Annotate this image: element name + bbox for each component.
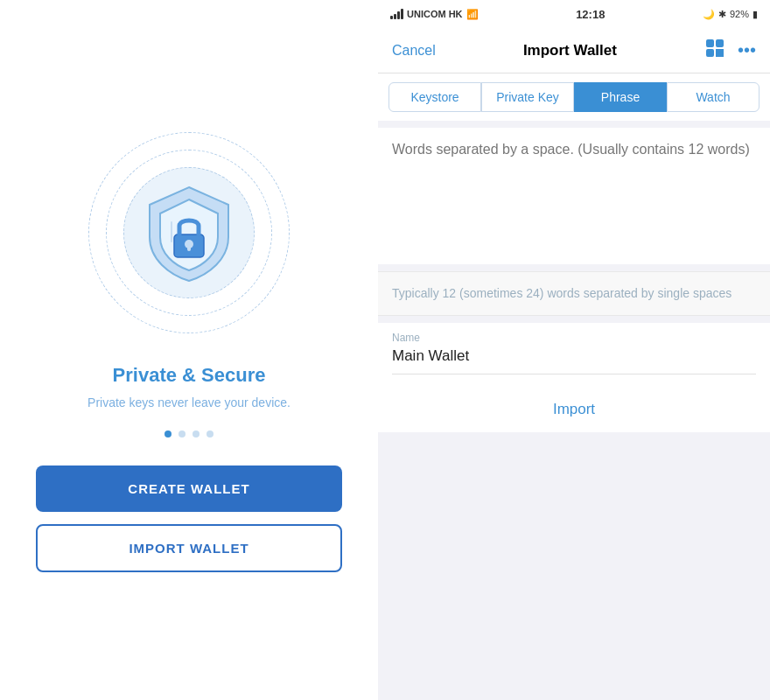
right-panel: UNICOM HK 📶 12:18 🌙 ✱ 92% ▮ Cancel Impor…	[378, 0, 770, 700]
signal-icon	[390, 9, 403, 19]
status-time: 12:18	[576, 8, 605, 21]
hint-box: Typically 12 (sometimes 24) words separa…	[378, 271, 770, 316]
svg-rect-7	[718, 42, 721, 45]
tagline-subtitle: Private keys never leave your device.	[88, 396, 290, 410]
svg-rect-13	[720, 53, 723, 56]
carrier-info: UNICOM HK 📶	[390, 9, 479, 20]
name-value[interactable]: Main Wallet	[392, 347, 756, 365]
cancel-button[interactable]: Cancel	[392, 43, 436, 59]
battery-icon: ▮	[752, 9, 758, 20]
nav-title: Import Wallet	[523, 42, 617, 60]
phrase-input-section[interactable]	[378, 128, 770, 264]
battery-info: 🌙 ✱ 92% ▮	[703, 9, 758, 20]
tab-keystore[interactable]: Keystore	[388, 82, 481, 112]
tabs-container: Keystore Private Key Phrase Watch	[378, 74, 770, 121]
import-button-row: Import	[378, 387, 770, 432]
shield-illustration	[84, 128, 294, 338]
left-panel: Private & Secure Private keys never leav…	[0, 0, 378, 700]
bottom-spacer	[378, 432, 770, 700]
svg-rect-12	[717, 53, 719, 56]
tagline-title: Private & Secure	[113, 364, 266, 387]
import-wallet-button[interactable]: IMPORT WALLET	[36, 524, 342, 572]
import-button[interactable]: Import	[553, 401, 595, 418]
phrase-input[interactable]	[392, 142, 756, 247]
carrier-name: UNICOM HK	[407, 9, 463, 19]
dot-4	[206, 430, 214, 438]
status-bar: UNICOM HK 📶 12:18 🌙 ✱ 92% ▮	[378, 0, 770, 28]
name-divider	[392, 374, 756, 374]
more-options-icon[interactable]: •••	[738, 40, 756, 60]
svg-rect-2	[187, 244, 191, 251]
bluetooth-icon: ✱	[718, 9, 726, 20]
dot-3	[192, 430, 200, 438]
content-area: Typically 12 (sometimes 24) words separa…	[378, 121, 770, 700]
page-dots	[164, 430, 214, 438]
svg-rect-11	[720, 50, 723, 52]
svg-rect-6	[709, 42, 711, 45]
tab-phrase[interactable]: Phrase	[574, 82, 667, 112]
shield-icon	[141, 180, 237, 285]
svg-rect-10	[717, 50, 719, 52]
create-wallet-button[interactable]: CREATE WALLET	[36, 466, 342, 512]
nav-bar: Cancel Import Wallet •••	[378, 28, 770, 74]
name-field-box[interactable]: Name Main Wallet	[378, 323, 770, 387]
dot-2	[178, 430, 186, 438]
svg-rect-8	[709, 52, 711, 54]
tab-private-key[interactable]: Private Key	[481, 82, 574, 112]
nav-icons: •••	[704, 38, 756, 63]
wifi-icon: 📶	[466, 9, 479, 20]
battery-percent: 92%	[730, 9, 749, 19]
hint-text: Typically 12 (sometimes 24) words separa…	[392, 286, 732, 300]
qr-code-icon[interactable]	[704, 38, 725, 63]
moon-icon: 🌙	[703, 9, 715, 20]
name-label: Name	[392, 332, 756, 344]
tab-watch[interactable]: Watch	[667, 82, 760, 112]
dot-1	[164, 430, 172, 438]
